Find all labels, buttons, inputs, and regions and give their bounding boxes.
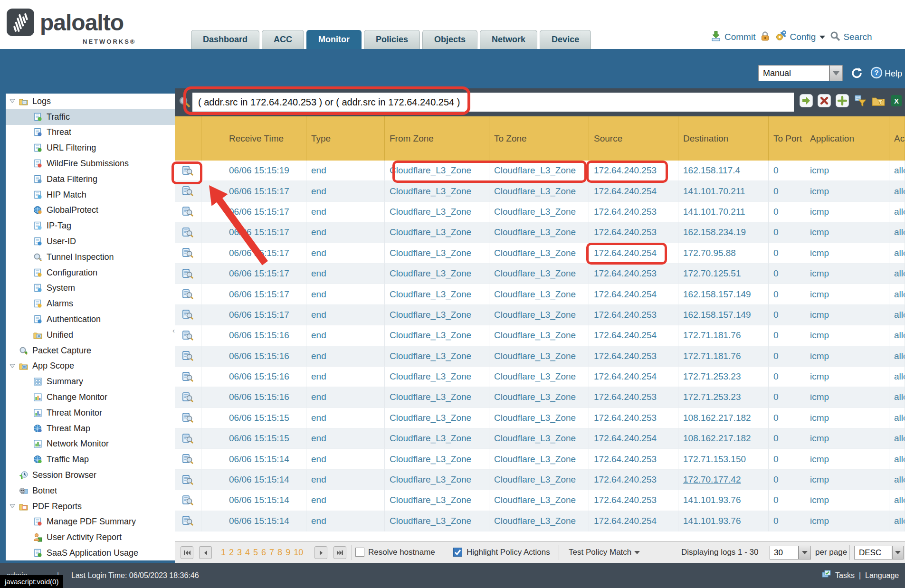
log-detail-icon[interactable] (182, 454, 193, 464)
save-filter-icon[interactable] (854, 94, 867, 107)
sidebar-item-ip-tag[interactable]: IP-Tag (6, 218, 175, 234)
app-scope-expander-icon[interactable] (9, 364, 16, 369)
log-detail-icon[interactable] (182, 248, 193, 258)
log-detail-icon[interactable] (182, 207, 193, 217)
refresh-mode-dropdown-button[interactable] (829, 65, 843, 81)
tab-dashboard[interactable]: Dashboard (191, 30, 259, 49)
next-page-button[interactable] (314, 546, 327, 559)
log-row[interactable]: 06/06 15:15:14endCloudflare_L3_ZoneCloud… (175, 511, 905, 531)
column-header-to-port[interactable]: To Port (769, 116, 805, 161)
sidebar-item-unified[interactable]: Unified (6, 327, 175, 343)
tab-network[interactable]: Network (480, 30, 537, 49)
log-row[interactable]: 06/06 15:15:17endCloudflare_L3_ZoneCloud… (175, 284, 905, 304)
column-header-application[interactable]: Application (805, 116, 889, 161)
page-number-8[interactable]: 8 (277, 548, 282, 558)
sidebar-item-traffic-map[interactable]: Traffic Map (6, 452, 175, 467)
help-button[interactable]: ? Help (870, 66, 902, 81)
column-header-type[interactable]: Type (306, 116, 385, 161)
log-detail-icon[interactable] (182, 228, 193, 237)
sidebar-item-pdf-reports[interactable]: PDF Reports (6, 499, 175, 514)
log-detail-icon[interactable] (182, 289, 193, 299)
sidebar-item-threat-map[interactable]: Threat Map (6, 421, 175, 436)
log-row[interactable]: 06/06 15:15:16endCloudflare_L3_ZoneCloud… (175, 387, 905, 408)
sidebar-item-summary[interactable]: Summary (6, 374, 175, 389)
test-policy-match-button[interactable]: Test Policy Match (569, 548, 640, 557)
language-link[interactable]: Language (865, 571, 899, 580)
add-filter-icon[interactable] (836, 94, 849, 107)
log-detail-icon[interactable] (182, 269, 193, 279)
sidebar-item-configuration[interactable]: Configuration (6, 265, 175, 281)
sidebar-item-change-monitor[interactable]: Change Monitor (6, 389, 175, 405)
log-detail-icon[interactable] (182, 475, 193, 485)
last-page-button[interactable] (333, 546, 346, 559)
apply-filter-icon[interactable] (800, 94, 813, 107)
resolve-hostname-checkbox[interactable] (355, 548, 364, 557)
sidebar-item-threat[interactable]: Threat (6, 125, 175, 141)
log-filter-input[interactable] (192, 93, 794, 112)
sidebar-item-data-filtering[interactable]: Data Filtering (6, 171, 175, 187)
refresh-mode-select[interactable]: Manual (758, 65, 829, 81)
log-row[interactable]: 06/06 15:15:17endCloudflare_L3_ZoneCloud… (175, 181, 905, 201)
load-filter-icon[interactable] (872, 94, 885, 107)
sidebar-item-session-browser[interactable]: Session Browser (6, 467, 175, 483)
tab-policies[interactable]: Policies (364, 30, 420, 49)
column-header-destination[interactable]: Destination (678, 116, 769, 161)
log-detail-icon[interactable] (182, 392, 193, 402)
sidebar-item-manage-pdf-summary[interactable]: Manage PDF Summary (6, 514, 175, 530)
log-row[interactable]: 06/06 15:15:15endCloudflare_L3_ZoneCloud… (175, 408, 905, 428)
log-row[interactable]: 06/06 15:15:17endCloudflare_L3_ZoneCloud… (175, 305, 905, 325)
previous-page-button[interactable] (199, 546, 212, 559)
lock-button[interactable] (760, 30, 770, 44)
commit-button[interactable]: Commit (710, 30, 755, 44)
tab-monitor[interactable]: Monitor (306, 30, 362, 49)
page-number-4[interactable]: 4 (245, 548, 250, 558)
sidebar-item-system[interactable]: System (6, 281, 175, 296)
column-header-receive-time[interactable]: Receive Time (224, 116, 306, 161)
log-row[interactable]: 06/06 15:15:16endCloudflare_L3_ZoneCloud… (175, 346, 905, 367)
column-header-blank-0[interactable] (175, 116, 201, 161)
log-row[interactable]: 06/06 15:15:16endCloudflare_L3_ZoneCloud… (175, 367, 905, 387)
page-number-10[interactable]: 10 (294, 548, 303, 558)
log-row[interactable]: 06/06 15:15:17endCloudflare_L3_ZoneCloud… (175, 202, 905, 222)
log-row[interactable]: 06/06 15:15:14endCloudflare_L3_ZoneCloud… (175, 470, 905, 490)
refresh-button[interactable] (850, 66, 863, 81)
sidebar-item-threat-monitor[interactable]: Threat Monitor (6, 405, 175, 421)
log-detail-icon[interactable] (182, 310, 193, 320)
log-detail-icon[interactable] (182, 166, 193, 176)
log-detail-icon[interactable] (182, 372, 193, 382)
log-detail-icon[interactable] (182, 331, 193, 341)
sidebar-item-botnet[interactable]: Botnet (6, 483, 175, 499)
sidebar-item-saas-application-usage[interactable]: SaaS Application Usage (6, 545, 175, 560)
log-detail-icon[interactable] (182, 516, 193, 526)
sidebar-item-network-monitor[interactable]: Network Monitor (6, 436, 175, 452)
sidebar-item-hip-match[interactable]: HIP Match (6, 187, 175, 203)
column-header-action[interactable]: Action (889, 116, 905, 161)
sidebar-item-user-activity-report[interactable]: User Activity Report (6, 530, 175, 545)
page-number-6[interactable]: 6 (261, 548, 266, 558)
column-header-blank-1[interactable] (201, 116, 224, 161)
page-number-1[interactable]: 1 (221, 548, 226, 558)
sidebar-item-globalprotect[interactable]: GlobalProtect (6, 203, 175, 218)
sidebar-item-user-id[interactable]: User-ID (6, 234, 175, 249)
sidebar-item-alarms[interactable]: Alarms (6, 296, 175, 312)
tasks-link[interactable]: Tasks (835, 571, 855, 580)
sidebar-item-packet-capture[interactable]: Packet Capture (6, 343, 175, 359)
log-detail-icon[interactable] (182, 434, 193, 444)
clear-filter-icon[interactable] (818, 94, 831, 107)
page-number-9[interactable]: 9 (286, 548, 290, 558)
sidebar-item-tunnel-inspection[interactable]: Tunnel Inspection (6, 249, 175, 265)
log-detail-icon[interactable] (182, 495, 193, 505)
log-row[interactable]: 06/06 15:15:15endCloudflare_L3_ZoneCloud… (175, 428, 905, 449)
log-row[interactable]: 06/06 15:15:19endCloudflare_L3_ZoneCloud… (175, 161, 905, 181)
log-row[interactable]: 06/06 15:15:16endCloudflare_L3_ZoneCloud… (175, 325, 905, 346)
search-button[interactable]: Search (830, 31, 872, 43)
sidebar-item-traffic[interactable]: Traffic (6, 109, 175, 125)
tab-device[interactable]: Device (540, 30, 591, 49)
per-page-dropdown-button[interactable] (799, 546, 811, 560)
log-row[interactable]: 06/06 15:15:17endCloudflare_L3_ZoneCloud… (175, 243, 905, 264)
sort-order-dropdown-button[interactable] (892, 546, 904, 560)
page-number-5[interactable]: 5 (253, 548, 258, 558)
sidebar-item-authentication[interactable]: Authentication (6, 312, 175, 327)
highlight-policy-actions-checkbox[interactable] (453, 548, 462, 557)
first-page-button[interactable] (181, 546, 193, 559)
